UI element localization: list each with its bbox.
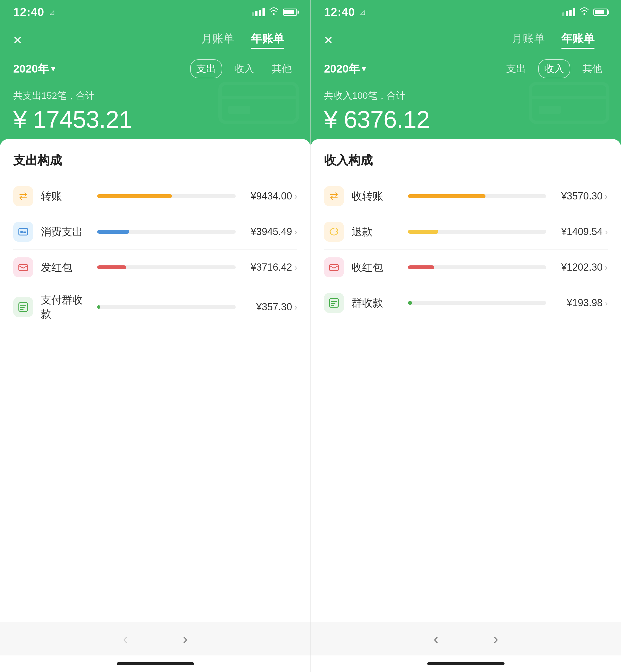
category-name: 消费支出 [41,225,90,239]
category-amount: ¥9434.00 [242,190,292,202]
category-icon-1 [13,222,33,242]
battery-icon [593,8,608,16]
category-icon-1 [324,222,344,242]
nav-next-button[interactable]: › [183,631,188,647]
home-bar [117,662,194,665]
svg-rect-3 [228,106,250,114]
home-bar [427,662,504,665]
section-title: 支出构成 [13,152,297,169]
svg-point-0 [273,13,275,15]
category-chevron-icon: › [605,227,608,237]
svg-rect-14 [531,84,608,122]
category-icon-2 [324,257,344,277]
category-chevron-icon: › [294,227,297,237]
category-chevron-icon: › [605,262,608,273]
category-amount: ¥3716.42 [242,262,292,273]
bottom-nav: ‹› [0,622,310,656]
category-name: 收红包 [351,260,401,274]
category-icon-2 [13,257,33,277]
svg-rect-4 [19,228,28,235]
nav-prev-button[interactable]: ‹ [123,631,127,647]
watermark [525,75,613,142]
category-chevron-icon: › [605,298,608,308]
category-amount: ¥1409.54 [553,226,603,237]
svg-rect-18 [330,299,338,307]
wifi-icon [579,7,589,17]
section-title: 收入构成 [324,152,608,169]
category-row[interactable]: 支付群收款¥357.30› [13,285,297,329]
progress-bar-fill [408,265,434,269]
tab-annual[interactable]: 年账单 [562,31,594,48]
category-amount: ¥1202.30 [553,262,603,273]
close-button[interactable]: × [324,32,333,47]
tab-monthly[interactable]: 月账单 [512,31,545,48]
year-selector[interactable]: 2020年▾ [324,61,366,77]
top-nav: ×月账单年账单 [324,24,608,54]
category-name: 退款 [351,225,401,239]
location-arrow-icon: ⊿ [49,7,55,17]
svg-rect-16 [539,106,561,114]
year-label: 2020年 [13,61,49,77]
svg-rect-1 [220,84,297,122]
category-chevron-icon: › [605,191,608,201]
status-time: 12:40 [13,5,44,19]
tab-monthly[interactable]: 月账单 [201,31,234,48]
svg-rect-17 [330,265,338,271]
nav-prev-button[interactable]: ‹ [433,631,438,647]
category-row[interactable]: 发红包¥3716.42› [13,250,297,285]
close-button[interactable]: × [13,32,22,47]
category-icon-0 [13,186,33,206]
category-amount: ¥357.30 [242,301,292,313]
progress-bar-container [408,301,546,305]
year-label: 2020年 [324,61,360,77]
category-chevron-icon: › [294,191,297,201]
status-bar: 12:40⊿ [311,0,621,24]
category-row[interactable]: 群收款¥193.98› [324,285,608,320]
phone-panel: 12:40⊿ ×月账单年账单2020年▾支出收入其他共收入100笔，合计¥ 63… [310,0,621,672]
year-selector[interactable]: 2020年▾ [13,61,55,77]
category-row[interactable]: 转账¥9434.00› [13,178,297,214]
progress-bar-fill [97,230,129,234]
home-indicator [311,656,621,672]
year-dropdown-icon: ▾ [51,64,55,73]
summary-area: 共支出152笔，合计¥ 17453.21 [13,83,297,144]
top-nav: ×月账单年账单 [13,24,297,54]
watermark [214,75,303,142]
content-area: 收入构成 收转账¥3570.30› 退款¥1409.54› 收红包¥1202.3… [311,139,621,387]
category-row[interactable]: 消费支出¥3945.49› [13,214,297,250]
progress-bar-fill [408,230,438,234]
summary-area: 共收入100笔，合计¥ 6376.12 [324,83,608,144]
status-bar: 12:40⊿ [0,0,310,24]
progress-bar-fill [97,194,172,198]
svg-rect-5 [20,231,23,233]
category-chevron-icon: › [294,262,297,273]
svg-rect-8 [19,265,28,271]
status-icons [252,7,297,17]
location-arrow-icon: ⊿ [359,7,366,17]
category-amount: ¥3945.49 [242,226,292,237]
nav-tabs: 月账单年账单 [201,31,284,48]
nav-tabs: 月账单年账单 [512,31,594,48]
progress-bar-container [97,305,236,309]
bottom-nav: ‹› [311,622,621,656]
progress-bar-fill [408,194,486,198]
progress-bar-container [97,230,236,234]
progress-bar-container [408,194,546,198]
progress-bar-container [408,265,546,269]
content-area: 支出构成 转账¥9434.00› 消费支出¥3945.49› 发红包¥3716.… [0,139,310,387]
signal-bars-icon [562,8,575,16]
category-icon-3 [13,297,33,317]
status-icons [562,7,608,17]
progress-bar-container [97,265,236,269]
progress-bar-fill [408,301,412,305]
category-row[interactable]: 收转账¥3570.30› [324,178,608,214]
category-row[interactable]: 收红包¥1202.30› [324,250,608,285]
header-area: ×月账单年账单2020年▾支出收入其他共收入100笔，合计¥ 6376.12 [311,24,621,144]
category-row[interactable]: 退款¥1409.54› [324,214,608,250]
phone-panel: 12:40⊿ ×月账单年账单2020年▾支出收入其他共支出152笔，合计¥ 17… [0,0,310,672]
svg-rect-9 [19,303,28,311]
category-amount: ¥3570.30 [553,190,603,202]
tab-annual[interactable]: 年账单 [251,31,284,48]
progress-bar-fill [97,265,126,269]
nav-next-button[interactable]: › [494,631,498,647]
